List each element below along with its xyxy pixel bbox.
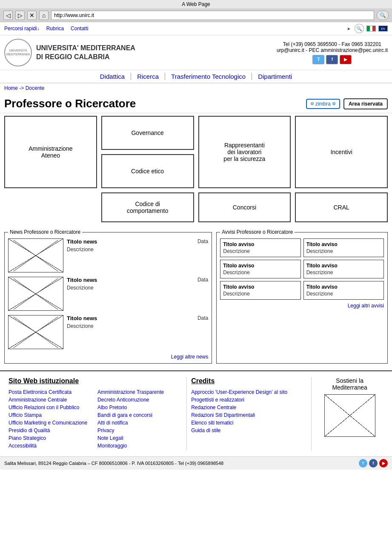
leggi-news-link[interactable]: Leggi altre news	[171, 354, 208, 360]
card-rappresentanti-2[interactable]: Rappresentantidei lavoratoriper la sicur…	[198, 116, 291, 188]
card-cral[interactable]: CRAL	[295, 192, 388, 222]
browser-toolbar: ◁ ▷ ✕ ⌂ 🔍	[0, 9, 392, 22]
news-item-1: Titolo news Data Descrizione	[8, 238, 208, 272]
avviso-card-3[interactable]: Titolo avviso Descrizione	[220, 260, 300, 278]
top-nav: Percorsi rapidi↓ Rubrica Contatti ➤ 🔍 EN	[0, 22, 392, 35]
news-legend: News Professore o Ricercatore	[8, 229, 82, 235]
avviso-card-2[interactable]: Titolo avviso Descrizione	[303, 238, 384, 257]
bottom-twitter-icon[interactable]: T	[359, 459, 367, 467]
footer-link-albo[interactable]: Albo Pretorio	[97, 404, 182, 410]
card-governance-2[interactable]: Governance	[101, 116, 194, 150]
page-title: Professore o Ricercatore	[4, 97, 136, 110]
avviso-card-1[interactable]: Titolo avviso Descrizione	[220, 238, 300, 257]
sostieni-image	[324, 394, 375, 437]
card-concorsi[interactable]: Concorsi	[198, 192, 291, 222]
area-riservata-button[interactable]: Area riservata	[343, 98, 388, 109]
news-image-2	[8, 277, 63, 311]
avviso-card-6[interactable]: Titolo avviso Descrizione	[303, 281, 384, 300]
header: UNIVERSITÀMEDITERRANEA UNIVERSITA' MEDIT…	[0, 35, 392, 70]
browser-title: A Web Page	[182, 1, 210, 7]
top-nav-right: ➤ 🔍 EN	[347, 24, 388, 33]
footer-sito-web: Sito Web istituzionale Posta Elettronica…	[4, 377, 187, 450]
sostieni-image-placeholder-icon	[325, 395, 375, 436]
footer-link-atti[interactable]: Atti di notifica	[97, 420, 182, 426]
main-nav: Didattica Ricerca Trasferimento Tecnolog…	[0, 70, 392, 83]
footer-link-privacy[interactable]: Privacy	[97, 427, 182, 433]
home-button[interactable]: ⌂	[39, 11, 49, 20]
avvisi-fieldset: Avvisi Professore o Ricercatore Titolo a…	[216, 229, 388, 364]
top-nav-contatti[interactable]: Contatti	[71, 26, 88, 32]
header-right: Tel (+39) 0965 3695500 - Fax 0965 332201…	[277, 41, 388, 64]
news-image-placeholder-icon-2	[9, 277, 63, 310]
footer-link-guida[interactable]: Guida di stile	[191, 427, 307, 433]
footer-link-marketing[interactable]: Ufficio Marketing e Comunicazione	[9, 420, 93, 426]
avviso-card-4[interactable]: Titolo avviso Descrizione	[303, 260, 384, 278]
news-image-3	[8, 315, 63, 349]
footer-link-amm-trasparente[interactable]: Amministrazione Trasparente	[97, 389, 182, 395]
footer-link-progettisti[interactable]: Progettisti e realizzatori	[191, 397, 307, 403]
footer-sostieni: Sostieni laMediterranea	[312, 377, 388, 450]
flag-it-icon[interactable]	[366, 26, 376, 32]
close-button[interactable]: ✕	[27, 11, 37, 20]
footer-link-elenco[interactable]: Elenco siti tematici	[191, 420, 307, 426]
footer-link-bandi[interactable]: Bandi di gara e concorsi	[97, 412, 182, 418]
footer-link-redazione[interactable]: Redazione Centrale	[191, 404, 307, 410]
news-avvisi-section: News Professore o Ricercatore Titolo new…	[0, 229, 392, 370]
footer-link-note[interactable]: Note Legali	[97, 435, 182, 441]
news-image-placeholder-icon-1	[9, 239, 63, 272]
footer-link-accessibilita[interactable]: Accessibilità	[9, 443, 93, 449]
footer-credits: Credits Approccio 'User-Experience Desig…	[187, 377, 312, 450]
top-nav-percorsi[interactable]: Percorsi rapidi↓	[4, 26, 40, 32]
cards-row3: Codice dicomportamento Concorsi CRAL	[4, 192, 388, 222]
url-bar[interactable]	[51, 11, 374, 20]
card-amministrazione-ateneo-2[interactable]: AmministrazioneAteneo	[4, 116, 97, 188]
footer-link-decreto[interactable]: Decreto Anticorruzione	[97, 397, 182, 403]
zimbra-button[interactable]: ⚙ zimbra ⚙	[306, 99, 340, 109]
news-fieldset: News Professore o Ricercatore Titolo new…	[4, 229, 212, 364]
top-nav-links: Percorsi rapidi↓ Rubrica Contatti	[4, 26, 88, 32]
nav-trasferimento[interactable]: Trasferimento Tecnologico	[165, 73, 252, 80]
nav-ricerca[interactable]: Ricerca	[131, 73, 165, 80]
top-nav-rubrica[interactable]: Rubrica	[46, 26, 64, 32]
browser-search-button[interactable]: 🔍	[377, 11, 389, 20]
bottom-bar: Salita Melissari, 89124 Reggio Calabria …	[0, 456, 392, 470]
arrow-icon: ➤	[347, 26, 350, 31]
bottom-social-icons: T f ▶	[359, 459, 388, 467]
bottom-facebook-icon[interactable]: f	[369, 459, 378, 467]
bottom-youtube-icon[interactable]: ▶	[379, 459, 388, 467]
twitter-icon[interactable]: T	[312, 55, 324, 64]
youtube-icon[interactable]: ▶	[340, 55, 352, 64]
forward-button[interactable]: ▷	[15, 11, 25, 20]
back-button[interactable]: ◁	[3, 11, 13, 20]
footer-link-piano[interactable]: Piano Strategico	[9, 435, 93, 441]
card-codice-etico-2[interactable]: Codice etico	[101, 154, 194, 188]
card-codice-comportamento[interactable]: Codice dicomportamento	[101, 192, 194, 222]
footer-link-urp[interactable]: Ufficio Relazioni con il Pubblico	[9, 404, 93, 410]
news-image-placeholder-icon-3	[9, 315, 63, 349]
news-image-1	[8, 238, 63, 272]
news-text-3: Titolo news Data Descrizione	[67, 315, 208, 329]
footer-link-amm-centrale[interactable]: Amministrazione Centrale	[9, 397, 93, 403]
flag-en-icon[interactable]: EN	[378, 26, 388, 32]
facebook-icon[interactable]: f	[326, 55, 338, 64]
breadcrumb-link[interactable]: Home -> Docente	[4, 85, 44, 91]
card-incentivi-2[interactable]: Incentivi	[295, 116, 388, 188]
news-text-1: Titolo news Data Descrizione	[67, 238, 208, 252]
search-icon[interactable]: 🔍	[355, 24, 364, 33]
page-title-area: Professore o Ricercatore ⚙ zimbra ⚙ Area…	[0, 93, 392, 113]
cards-section: AmministrazioneAteneo Governance Rappres…	[0, 113, 392, 229]
news-item-3: Titolo news Data Descrizione	[8, 315, 208, 349]
page-title-actions: ⚙ zimbra ⚙ Area riservata	[306, 98, 388, 109]
footer-link-stampa[interactable]: Ufficio Stampa	[9, 412, 93, 418]
footer-link-posta[interactable]: Posta Elettronica Certificata	[9, 389, 93, 395]
avviso-card-5[interactable]: Titolo avviso Descrizione	[220, 281, 300, 300]
nav-didattica[interactable]: Didattica	[94, 73, 131, 80]
nav-dipartimenti[interactable]: Dipartimenti	[252, 73, 298, 80]
footer-link-approccio[interactable]: Approccio 'User-Experience Design' al si…	[191, 389, 307, 395]
cards-grid-real: AmministrazioneAteneo Governance Rappres…	[4, 116, 388, 188]
footer-link-monitoraggio[interactable]: Monitoraggio	[97, 443, 182, 449]
footer-sito-web-title: Sito Web istituzionale	[9, 377, 182, 385]
footer-link-redazioni-dip[interactable]: Redazioni Siti Dipartimentali	[191, 412, 307, 418]
leggi-avvisi-link[interactable]: Leggi altri avvisi	[348, 303, 384, 309]
footer-link-presidio[interactable]: Presidio di Qualità	[9, 427, 93, 433]
